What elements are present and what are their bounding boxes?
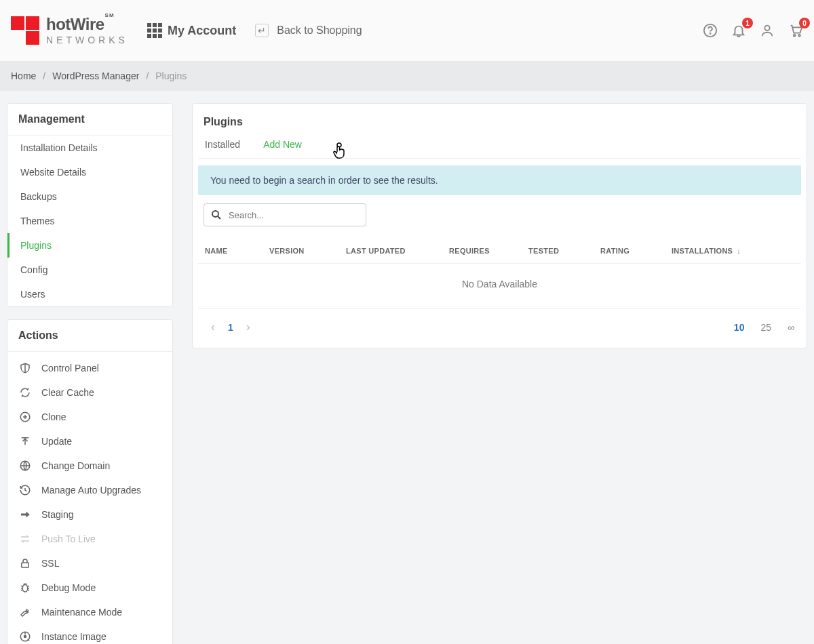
page-size-25[interactable]: 25 — [760, 322, 771, 333]
svg-point-8 — [22, 585, 28, 592]
my-account-link[interactable]: My Account — [147, 23, 236, 38]
account-icon[interactable] — [760, 23, 775, 38]
nav-themes[interactable]: Themes — [7, 209, 172, 233]
search-icon — [210, 209, 222, 221]
page-size-all[interactable]: ∞ — [788, 322, 794, 333]
svg-point-11 — [212, 211, 218, 217]
action-instance-image[interactable]: Instance Image — [7, 624, 172, 644]
cart-badge: 0 — [799, 18, 810, 28]
notifications-icon[interactable]: 1 — [731, 23, 746, 38]
action-control-panel[interactable]: Control Panel — [7, 356, 172, 380]
svg-point-1 — [710, 33, 710, 34]
brand-sub: NETWORKS — [46, 35, 128, 45]
sort-down-icon: ↓ — [737, 247, 741, 255]
wrench-icon — [18, 605, 32, 619]
nav-config[interactable]: Config — [7, 258, 172, 282]
page-current[interactable]: 1 — [221, 322, 240, 333]
svg-rect-7 — [22, 563, 29, 567]
svg-point-2 — [764, 26, 769, 31]
col-installations[interactable]: INSTALLATIONS↓ — [672, 247, 741, 255]
return-icon: ↵ — [255, 24, 269, 37]
arrow-right-icon — [18, 508, 32, 521]
col-tested[interactable]: TESTED — [528, 247, 600, 255]
table-header: NAME VERSION LAST UPDATED REQUIRES TESTE… — [198, 239, 801, 264]
nav-backups[interactable]: Backups — [7, 184, 172, 209]
action-ssl[interactable]: SSL — [7, 551, 172, 576]
action-change-domain[interactable]: Change Domain — [7, 454, 172, 478]
col-last-updated[interactable]: LAST UPDATED — [346, 247, 449, 255]
svg-point-3 — [794, 35, 796, 37]
page-size-10[interactable]: 10 — [734, 322, 745, 333]
col-version[interactable]: VERSION — [269, 247, 346, 255]
action-staging[interactable]: Staging — [7, 502, 172, 527]
nav-website-details[interactable]: Website Details — [7, 160, 172, 184]
notification-badge: 1 — [742, 18, 753, 28]
cart-icon[interactable]: 0 — [788, 23, 803, 38]
help-icon[interactable] — [703, 23, 718, 38]
brand-name: hotWireSM — [46, 16, 128, 33]
actions-panel: Actions Control Panel Clear Cache Clone … — [7, 319, 173, 644]
globe-icon — [18, 459, 32, 472]
breadcrumb-home[interactable]: Home — [11, 71, 36, 81]
lock-icon — [18, 557, 32, 570]
action-clear-cache[interactable]: Clear Cache — [7, 380, 172, 405]
breadcrumb-section[interactable]: WordPress Manager — [52, 71, 139, 81]
nav-installation-details[interactable]: Installation Details — [7, 136, 172, 160]
tabs: Installed Add New — [198, 139, 801, 159]
action-debug-mode[interactable]: Debug Mode — [7, 576, 172, 600]
shield-icon — [18, 361, 32, 375]
refresh-icon — [18, 386, 32, 399]
back-to-shopping-link[interactable]: ↵ Back to Shopping — [255, 24, 362, 37]
bug-icon — [18, 581, 32, 595]
col-name[interactable]: NAME — [205, 247, 269, 255]
breadcrumb-sep: / — [43, 71, 45, 81]
upload-icon — [18, 435, 32, 448]
search-box — [204, 203, 366, 226]
search-input[interactable] — [204, 203, 366, 226]
col-requires[interactable]: REQUIRES — [449, 247, 528, 255]
breadcrumb-sep: / — [146, 71, 149, 81]
page-title: Plugins — [198, 110, 801, 139]
swap-icon — [18, 532, 32, 546]
history-icon — [18, 483, 32, 497]
action-auto-upgrades[interactable]: Manage Auto Upgrades — [7, 478, 172, 502]
paginator: ‹ 1 › 10 25 ∞ — [198, 309, 801, 346]
breadcrumb-current: Plugins — [155, 71, 187, 81]
svg-point-10 — [24, 636, 26, 638]
plugins-panel: Plugins Installed Add New You need to be… — [192, 103, 807, 348]
action-update[interactable]: Update — [7, 429, 172, 454]
management-panel: Management Installation Details Website … — [7, 103, 173, 307]
tab-add-new[interactable]: Add New — [263, 139, 302, 150]
tab-installed[interactable]: Installed — [205, 139, 240, 150]
apps-icon — [147, 23, 162, 38]
logo[interactable]: hotWireSM NETWORKS — [11, 16, 128, 45]
info-notice: You need to begin a search in order to s… — [198, 165, 801, 195]
actions-title: Actions — [7, 320, 172, 352]
svg-point-4 — [798, 35, 800, 37]
nav-plugins[interactable]: Plugins — [7, 233, 172, 258]
page-next[interactable]: › — [240, 320, 256, 334]
header: hotWireSM NETWORKS My Account ↵ Back to … — [0, 0, 814, 61]
nav-users[interactable]: Users — [7, 282, 172, 306]
management-title: Management — [7, 104, 172, 136]
plus-circle-icon — [18, 410, 32, 424]
breadcrumb: Home / WordPress Manager / Plugins — [0, 61, 814, 91]
action-maintenance-mode[interactable]: Maintenance Mode — [7, 600, 172, 624]
action-push-to-live: Push To Live — [7, 527, 172, 551]
col-rating[interactable]: RATING — [600, 247, 672, 255]
disc-icon — [18, 630, 32, 643]
action-clone[interactable]: Clone — [7, 405, 172, 429]
logo-mark — [11, 16, 39, 45]
no-data-row: No Data Available — [198, 264, 801, 309]
page-prev[interactable]: ‹ — [205, 320, 221, 334]
